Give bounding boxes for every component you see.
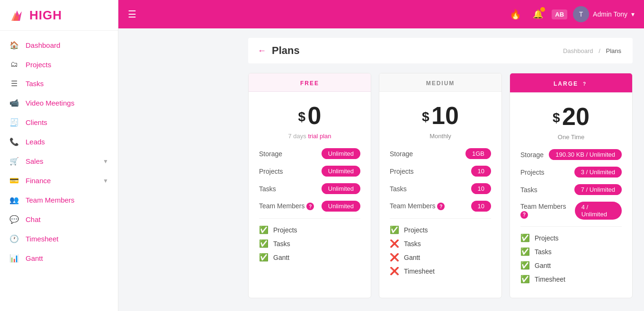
price-amount: 10 — [431, 102, 459, 129]
feature-label: Storage — [390, 150, 413, 158]
timesheet-icon: 🕐 — [9, 234, 19, 243]
plan-card-large: LARGE ? $ 20 One Time Storage 190.30 KB … — [510, 73, 633, 298]
sidebar-item-clients[interactable]: 🧾 Clients — [0, 113, 118, 132]
sidebar-item-finance[interactable]: 💳 Finance ▼ — [0, 171, 118, 190]
sidebar-label-sales: Sales — [26, 157, 44, 165]
page-header: ← Plans Dashboard / Plans — [248, 38, 633, 63]
video-meetings-icon: 📹 — [9, 98, 19, 107]
user-menu[interactable]: T Admin Tony ▾ — [573, 6, 635, 22]
bell-icon[interactable]: 🔔 — [533, 9, 543, 19]
sidebar-item-leads[interactable]: 📞 Leads — [0, 132, 118, 151]
feature-badge: Unlimited — [322, 201, 360, 212]
feature-item-label: Tasks — [273, 240, 290, 248]
sidebar-label-leads: Leads — [26, 138, 45, 146]
plan-body-free: $ 0 7 days trial plan Storage Unlimited … — [249, 92, 371, 276]
feature-row-tasks: Tasks 7 / Unlimited — [520, 184, 622, 195]
sidebar-item-dashboard[interactable]: 🏠 Dashboard — [0, 36, 118, 55]
team-members-icon: 👥 — [9, 195, 19, 204]
sidebar-label-dashboard: Dashboard — [26, 41, 60, 49]
trial-link[interactable]: trial plan — [308, 133, 331, 140]
finance-arrow-icon: ▼ — [103, 178, 108, 184]
plans-grid: FREE $ 0 7 days trial plan Storage Unlim… — [248, 73, 633, 298]
feature-row-tasks: Tasks 10 — [390, 183, 491, 194]
feature-label: Tasks — [520, 186, 537, 194]
feature-row-team-members: Team Members ? 4 / Unlimited — [520, 202, 622, 220]
sidebar-item-sales[interactable]: 🛒 Sales ▼ — [0, 151, 118, 171]
feature-item: ✅ Projects — [520, 233, 622, 242]
check-icon: ✅ — [520, 261, 530, 270]
notification-fire-icon[interactable]: 🔥 — [510, 9, 521, 20]
feature-row-team-members: Team Members ? Unlimited — [259, 201, 360, 212]
feature-item-label: Projects — [535, 234, 559, 242]
back-button[interactable]: ← — [258, 46, 266, 56]
topbar: ☰ 🔥 🔔 AB T Admin Tony ▾ — [118, 0, 644, 28]
team members-help-icon[interactable]: ? — [520, 211, 528, 219]
feature-label: Team Members ? — [259, 202, 314, 211]
check-icon: ✅ — [390, 225, 399, 234]
feature-row-team-members: Team Members ? 10 — [390, 201, 491, 212]
plan-divider — [520, 226, 622, 227]
logo-icon — [9, 7, 26, 24]
breadcrumb-separator: / — [599, 47, 600, 54]
sidebar-item-video-meetings[interactable]: 📹 Video Meetings — [0, 93, 118, 113]
sidebar-item-team-members[interactable]: 👥 Team Members — [0, 190, 118, 210]
team members-help-icon[interactable]: ? — [437, 203, 445, 210]
feature-row-projects: Projects 3 / Unlimited — [520, 167, 622, 178]
dashboard-icon: 🏠 — [9, 41, 19, 50]
page-title: Plans — [272, 44, 300, 57]
sidebar-item-tasks[interactable]: ☰ Tasks — [0, 74, 118, 93]
sidebar: HIGH 🏠 Dashboard 🗂 Projects ☰ Tasks 📹 Vi… — [0, 0, 118, 311]
price-amount: 0 — [308, 102, 322, 129]
feature-row-storage: Storage Unlimited — [259, 148, 360, 159]
logo-text: HIGH — [29, 8, 62, 23]
plan-price-free: $ 0 — [259, 101, 360, 130]
sidebar-item-projects[interactable]: 🗂 Projects — [0, 55, 118, 74]
currency-symbol: $ — [422, 109, 429, 124]
feature-row-storage: Storage 1GB — [390, 148, 491, 159]
leads-icon: 📞 — [9, 137, 19, 146]
feature-item: ❌ Tasks — [390, 239, 491, 248]
plan-body-large: $ 20 One Time Storage 190.30 KB / Unlimi… — [510, 93, 632, 298]
feature-label: Projects — [520, 169, 545, 176]
sidebar-item-gantt[interactable]: 📊 Gantt — [0, 249, 118, 268]
feature-item-label: Projects — [273, 226, 297, 234]
feature-label: Projects — [259, 168, 283, 175]
bell-badge — [540, 7, 545, 12]
large-help-icon[interactable]: ? — [581, 80, 589, 88]
sidebar-label-projects: Projects — [26, 61, 51, 69]
feature-item: ✅ Tasks — [520, 247, 622, 256]
feature-badge: Unlimited — [322, 183, 360, 194]
plan-period-medium: Monthly — [390, 133, 491, 140]
breadcrumb-home[interactable]: Dashboard — [563, 47, 593, 54]
sidebar-navigation: 🏠 Dashboard 🗂 Projects ☰ Tasks 📹 Video M… — [0, 31, 118, 273]
feature-item-label: Gantt — [404, 254, 420, 261]
feature-item: ✅ Projects — [390, 225, 491, 234]
check-icon: ✅ — [520, 247, 530, 256]
plan-divider — [390, 218, 491, 219]
sidebar-item-timesheet[interactable]: 🕐 Timesheet — [0, 229, 118, 249]
sidebar-item-chat[interactable]: 💬 Chat — [0, 210, 118, 229]
feature-badge: 1GB — [465, 148, 491, 159]
feature-label: Storage — [520, 151, 544, 159]
sidebar-logo: HIGH — [0, 0, 118, 31]
sales-icon: 🛒 — [9, 157, 19, 166]
feature-row-projects: Projects Unlimited — [259, 166, 360, 177]
ab-icon[interactable]: AB — [552, 9, 567, 19]
feature-label: Tasks — [259, 185, 276, 193]
feature-label: Storage — [259, 150, 282, 158]
team members-help-icon[interactable]: ? — [306, 203, 314, 210]
sidebar-label-clients: Clients — [26, 118, 47, 126]
feature-badge: 4 / Unlimited — [575, 202, 622, 220]
cross-icon: ❌ — [390, 267, 399, 275]
breadcrumb-current: Plans — [606, 47, 621, 54]
plan-card-free: FREE $ 0 7 days trial plan Storage Unlim… — [248, 73, 371, 298]
feature-item: ✅ Gantt — [520, 261, 622, 270]
currency-symbol: $ — [298, 109, 306, 124]
user-dropdown-icon: ▾ — [631, 10, 635, 18]
feature-item-label: Tasks — [535, 248, 552, 256]
sidebar-label-gantt: Gantt — [26, 254, 43, 262]
cross-icon: ❌ — [390, 253, 399, 262]
feature-row-tasks: Tasks Unlimited — [259, 183, 360, 194]
hamburger-menu[interactable]: ☰ — [128, 9, 136, 20]
plan-body-medium: $ 10 Monthly Storage 1GB Projects 10 — [379, 92, 501, 290]
